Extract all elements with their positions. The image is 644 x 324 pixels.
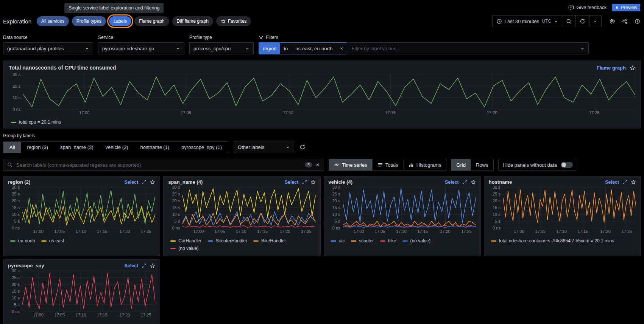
refresh-interval-dropdown[interactable] (589, 15, 602, 27)
select-button[interactable]: Select (605, 180, 619, 185)
select-button[interactable]: Select (445, 180, 459, 185)
zoom-out-button[interactable] (562, 15, 576, 27)
star-icon[interactable] (471, 180, 476, 185)
query-controls: Data source grafanacloud-play-profiles S… (0, 32, 644, 60)
tab-profile-types[interactable]: Profile types (72, 16, 106, 26)
groupby-tab-region-3[interactable]: region (3) (21, 142, 54, 153)
view-time-series[interactable]: Time series (329, 159, 372, 171)
time-picker-button[interactable]: Last 30 minutes UTC (492, 15, 562, 27)
chevron-down-icon (85, 47, 89, 51)
groupby-row: Allregion (3)span_name (3)vehicle (3)hos… (0, 141, 644, 153)
time-series-icon (334, 162, 339, 167)
panel-title: Total nanoseconds of CPU time consumed (9, 65, 116, 71)
service-value: pyroscope-rideshare-go (102, 46, 154, 51)
groupby-tab-pyroscope-spy-1[interactable]: pyroscope_spy (1) (175, 142, 228, 153)
layout-toggle-group: GridRows (451, 159, 493, 171)
groupby-tab-vehicle-3[interactable]: vehicle (3) (100, 142, 134, 153)
give-feedback-label: Give feedback (576, 5, 607, 10)
datasource-value: grafanacloud-play-profiles (7, 46, 64, 51)
sync-icon[interactable] (299, 144, 306, 150)
clear-search-icon[interactable] (315, 163, 320, 167)
service-select[interactable]: pyroscope-rideshare-go (98, 42, 184, 54)
star-icon[interactable] (630, 65, 635, 71)
hide-panels-control: Hide panels without data (498, 159, 576, 171)
refresh-button[interactable] (576, 15, 589, 27)
preview-badge[interactable]: Preview (612, 4, 640, 11)
expand-icon[interactable] (142, 263, 147, 268)
panel-chart: 30 s25 s20 s15 s10 s5 s0 ns17:0017:0517:… (168, 187, 315, 236)
filters-label: Filters (266, 35, 278, 40)
y-axis: 30 s25 s20 s15 s10 s5 s0 ns (489, 187, 503, 228)
groupby-tab-hostname-1[interactable]: hostname (1) (134, 142, 176, 153)
groupby-tab-all[interactable]: All (3, 142, 21, 153)
filter-operator[interactable]: in (280, 43, 292, 54)
profile-type-value: process_cpu/cpu (193, 46, 231, 51)
legend-item[interactable]: total cpu = 20.1 mins (11, 119, 61, 125)
expand-icon[interactable] (622, 180, 627, 184)
legend-item[interactable]: bike (380, 238, 396, 243)
chevron-down-icon (176, 47, 180, 51)
profile-type-label: Profile type (189, 35, 254, 40)
timezone-label: UTC (542, 19, 551, 24)
datasource-select[interactable]: grafanacloud-play-profiles (3, 42, 93, 54)
legend-item[interactable]: scooter (351, 238, 374, 243)
label-panel-vehicle-4: vehicle (4) Select 30 s25 s20 s15 s10 s5… (324, 176, 481, 256)
time-range-label: Last 30 minutes (505, 19, 540, 24)
hide-panels-toggle[interactable] (561, 162, 573, 168)
panels-toolbar: 5 Time seriesTotalsHistograms GridRows H… (0, 153, 644, 175)
view-histograms[interactable]: Histograms (403, 159, 446, 171)
expand-icon[interactable] (302, 180, 307, 184)
filter-remove-button[interactable] (337, 43, 347, 54)
chevron-down-icon (593, 19, 597, 23)
chevron-down-icon (286, 145, 290, 149)
select-button[interactable]: Select (124, 263, 138, 268)
share-icon[interactable] (622, 19, 628, 24)
datasource-label: Data source (3, 35, 93, 40)
star-icon[interactable] (150, 180, 155, 185)
panel-legend: carscooterbike(no value) (329, 236, 476, 245)
filter-key[interactable]: region (259, 43, 280, 54)
panel-title: span_name (4) (168, 179, 203, 185)
expand-icon[interactable] (142, 180, 147, 184)
hide-panels-label: Hide panels without data (503, 162, 557, 168)
filter-value[interactable]: us-east, eu-north (292, 43, 336, 54)
label-panel-hostname: hostname Select 30 s25 s20 s15 s10 s5 s0… (484, 176, 641, 256)
legend-item[interactable]: eu-north (10, 238, 35, 243)
profile-type-select[interactable]: process_cpu/cpu (189, 42, 254, 54)
tab-all-services[interactable]: All services (37, 16, 69, 26)
labels-tab-tooltip: Single service label exploration and fil… (64, 3, 164, 13)
legend-item[interactable]: us-east (41, 238, 64, 243)
filter-label-values-input[interactable] (351, 45, 577, 52)
expand-icon[interactable] (462, 180, 467, 184)
select-button[interactable]: Select (124, 180, 138, 185)
legend-item[interactable]: CarHandler (170, 238, 201, 243)
select-button[interactable]: Select (285, 180, 299, 185)
legend-item[interactable]: BikeHandler (253, 238, 286, 243)
legend-item[interactable]: ScooterHandler (208, 238, 247, 243)
search-labels-input[interactable] (16, 162, 302, 168)
tab-favorites[interactable]: Favorites (216, 16, 251, 26)
tab-diff-flame-graph[interactable]: Diff flame graph (172, 16, 214, 26)
other-labels-select[interactable]: Other labels (234, 141, 294, 153)
legend-item[interactable]: (no value) (170, 246, 198, 251)
tab-flame-graph[interactable]: Flame graph (134, 16, 169, 26)
give-feedback-button[interactable]: Give feedback (568, 5, 607, 11)
comment-icon (568, 5, 574, 11)
service-label: Service (98, 35, 184, 40)
settings-gear-icon[interactable] (609, 18, 615, 24)
legend-item[interactable]: total rideshare-containers-7f4c8654f7-h5… (491, 238, 614, 243)
legend-item[interactable]: (no value) (402, 238, 430, 243)
flame-graph-link[interactable]: Flame graph (597, 65, 626, 71)
info-icon[interactable] (635, 19, 640, 24)
view-totals[interactable]: Totals (372, 159, 403, 171)
groupby-tab-span-name-3[interactable]: span_name (3) (54, 142, 99, 153)
star-icon[interactable] (150, 263, 155, 268)
tab-labels[interactable]: Labels (109, 16, 131, 26)
star-icon[interactable] (631, 180, 636, 185)
view-toggle-group: Time seriesTotalsHistograms (329, 159, 446, 171)
layout-rows[interactable]: Rows (471, 159, 493, 171)
layout-grid[interactable]: Grid (451, 159, 471, 171)
star-icon[interactable] (310, 180, 316, 185)
legend-item[interactable]: car (331, 238, 345, 243)
panel-legend (8, 319, 155, 323)
